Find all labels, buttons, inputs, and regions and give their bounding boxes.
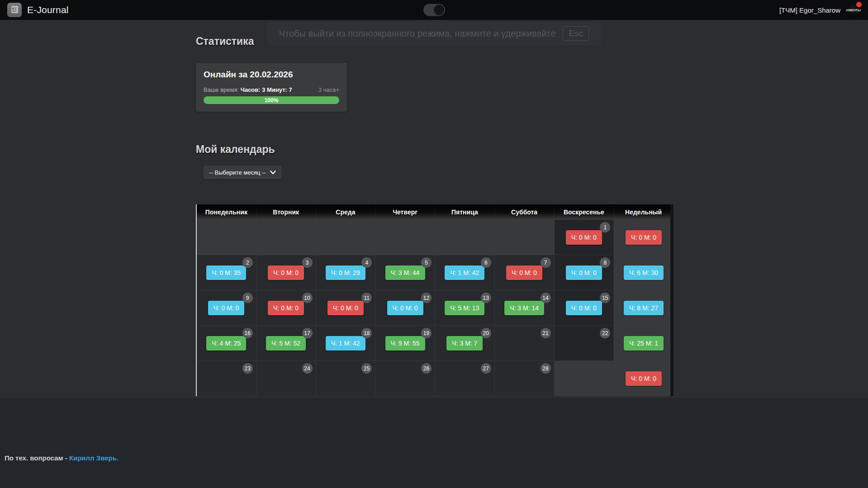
time-badge: Ч: 0 М: 0 [268, 265, 304, 280]
calendar-header-row: ПонедельникВторникСредаЧетвергПятницаСуб… [197, 204, 674, 220]
time-badge: Ч: 0 М: 0 [566, 265, 602, 280]
calendar-cell-other-month [197, 220, 256, 255]
day-number-badge: 13 [481, 293, 491, 303]
day-number-badge: 20 [481, 328, 491, 338]
day-number-badge: 6 [481, 257, 491, 268]
calendar-day-cell: 15Ч: 0 М: 0 [555, 290, 614, 326]
calendar-day-cell: 16Ч: 4 М: 25 [197, 326, 256, 361]
month-select[interactable]: -- Выберите месяц -- [203, 166, 282, 179]
theme-toggle[interactable] [423, 4, 445, 16]
app-logo-button[interactable] [7, 3, 22, 17]
calendar-cell-other-month [256, 220, 316, 255]
calendar-day-cell: 9Ч: 0 М: 0 [197, 290, 256, 326]
topbar: E-Journal [ТЧМ] Egor_Sharow ///МЕНТЫ [0, 0, 868, 20]
time-badge: Ч: 0 М: 35 [206, 265, 246, 280]
username: [ТЧМ] Egor_Sharow [779, 6, 840, 14]
calendar-day-cell: 12Ч: 0 М: 0 [375, 290, 435, 326]
calendar-day-cell: 3Ч: 0 М: 0 [256, 255, 316, 290]
user-area[interactable]: [ТЧМ] Egor_Sharow ///МЕНТЫ [779, 3, 861, 18]
calendar-day-cell: 25 [316, 361, 376, 396]
time-badge: Ч: 0 М: 0 [268, 301, 304, 315]
chevron-down-icon [270, 169, 276, 176]
day-number-badge: 15 [600, 293, 610, 303]
time-label: Ваше время: [204, 86, 239, 93]
calendar-day-cell: 8Ч: 0 М: 0 [555, 255, 614, 290]
calendar-column-header: Вторник [256, 204, 316, 220]
day-number-badge: 18 [361, 328, 372, 338]
day-number-badge: 14 [541, 293, 551, 303]
esc-key-hint: Esc [563, 26, 589, 41]
calendar-column-header: Пятница [435, 204, 495, 220]
calendar-cell-other-month [555, 361, 614, 396]
time-badge: Ч: 25 М: 1 [624, 336, 664, 351]
time-spent: Ваше время: Часов: 3 Минут: 7 [204, 86, 292, 93]
weekly-total-cell: Ч: 0 М: 0 [614, 220, 674, 255]
day-number-badge: 27 [481, 363, 491, 374]
time-badge: Ч: 0 М: 0 [208, 301, 244, 315]
weekly-total-cell: Ч: 6 М: 30 [614, 255, 674, 290]
journal-icon [10, 5, 19, 15]
time-badge: Ч: 4 М: 25 [206, 336, 246, 351]
avatar[interactable]: ///МЕНТЫ [846, 3, 861, 18]
calendar-day-cell: 20Ч: 3 М: 7 [435, 326, 495, 361]
calendar-day-cell: 13Ч: 5 М: 13 [435, 290, 495, 326]
day-number-badge: 28 [541, 363, 551, 374]
day-number-badge: 10 [302, 293, 313, 303]
calendar-scrollbar[interactable] [670, 204, 674, 396]
time-badge: Ч: 0 М: 0 [387, 301, 423, 315]
time-badge: Ч: 0 М: 0 [626, 230, 662, 245]
day-number-badge: 24 [302, 363, 313, 374]
day-number-badge: 8 [600, 257, 610, 268]
day-number-badge: 16 [242, 328, 253, 338]
calendar-cell-other-month [435, 220, 495, 255]
calendar-day-cell: 11Ч: 0 М: 0 [316, 290, 376, 326]
time-badge: Ч: 5 М: 13 [445, 301, 484, 315]
calendar-day-cell: 28 [495, 361, 555, 396]
time-badge: Ч: 3 М: 44 [385, 265, 425, 280]
calendar-cell-other-month [375, 220, 435, 255]
weekly-total-cell: Ч: 8 М: 27 [614, 290, 674, 326]
calendar-heading: Мой календарь [196, 143, 868, 156]
calendar-day-cell: 19Ч: 9 М: 55 [375, 326, 435, 361]
weekly-total-cell: Ч: 25 М: 1 [614, 326, 674, 361]
online-stats-card: Онлайн за 20.02.2026 Ваше время: Часов: … [196, 63, 347, 112]
day-number-badge: 5 [421, 257, 432, 268]
notification-dot [856, 2, 862, 7]
calendar-table: ПонедельникВторникСредаЧетвергПятницаСуб… [196, 204, 674, 396]
calendar-day-cell: 14Ч: 3 М: 14 [495, 290, 555, 326]
footer-text: По тех. вопросам - [5, 454, 67, 462]
fullscreen-exit-text: Чтобы выйти из полноэкранного режима, на… [279, 28, 556, 39]
calendar-day-cell: 22 [555, 326, 614, 361]
calendar-day-cell: 27 [435, 361, 495, 396]
time-badge: Ч: 8 М: 27 [624, 301, 664, 315]
day-number-badge: 1 [600, 222, 610, 232]
day-number-badge: 7 [541, 257, 551, 268]
calendar-day-cell: 17Ч: 5 М: 52 [256, 326, 316, 361]
calendar-body: 1Ч: 0 М: 0Ч: 0 М: 02Ч: 0 М: 353Ч: 0 М: 0… [197, 220, 674, 396]
time-threshold: 3 часа+ [318, 86, 339, 93]
calendar-column-header: Среда [316, 204, 376, 220]
day-number-badge: 3 [302, 257, 313, 268]
day-number-badge: 22 [600, 328, 610, 338]
time-badge: Ч: 0 М: 0 [626, 371, 662, 386]
day-number-badge: 2 [242, 257, 253, 268]
online-progress-bar: 100% [204, 96, 339, 104]
calendar-day-cell: 1Ч: 0 М: 0 [555, 220, 614, 255]
time-badge: Ч: 5 М: 52 [266, 336, 306, 351]
time-value: Часов: 3 Минут: 7 [241, 86, 292, 93]
day-number-badge: 26 [421, 363, 432, 374]
time-badge: Ч: 0 М: 0 [566, 301, 602, 315]
fullscreen-exit-notice: Чтобы выйти из полноэкранного режима, на… [267, 22, 601, 45]
day-number-badge: 25 [361, 363, 372, 374]
time-badge: Ч: 9 М: 55 [385, 336, 425, 351]
time-badge: Ч: 0 М: 0 [566, 230, 602, 245]
weekly-total-cell: Ч: 0 М: 0 [614, 361, 674, 396]
calendar-cell-other-month [495, 220, 555, 255]
day-number-badge: 21 [541, 328, 551, 338]
app-title: E-Journal [27, 5, 69, 15]
footer-contact-link[interactable]: Кирилл Зверь. [69, 454, 119, 462]
calendar-day-cell: 18Ч: 1 М: 42 [316, 326, 376, 361]
time-badge: Ч: 6 М: 30 [624, 265, 664, 280]
calendar-day-cell: 23 [197, 361, 256, 396]
avatar-logo: ///МЕНТЫ [846, 9, 861, 12]
